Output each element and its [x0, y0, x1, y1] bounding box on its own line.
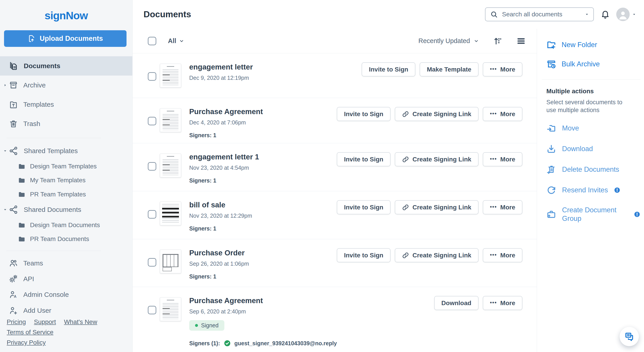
new-folder-button[interactable]: New Folder [546, 40, 640, 50]
move-action[interactable]: Move [546, 123, 640, 133]
sidebar-item-label: My Team Templates [30, 177, 86, 184]
document-thumbnail[interactable] [160, 64, 181, 87]
row-checkbox[interactable] [148, 72, 156, 81]
button-label: Make Template [427, 66, 471, 73]
sidebar-item-my-team-templates[interactable]: My Team Templates [0, 173, 132, 188]
search-input[interactable] [502, 11, 581, 18]
api-gears-icon [9, 274, 18, 283]
notifications-button[interactable] [600, 10, 610, 19]
chat-support-button[interactable] [620, 327, 639, 346]
make-template-button[interactable]: Make Template [420, 62, 478, 76]
document-thumbnail[interactable] [160, 108, 181, 132]
document-thumbnail[interactable] [160, 153, 181, 177]
sidebar-item-pr-team-templates[interactable]: PR Team Templates [0, 188, 132, 202]
info-icon[interactable] [614, 187, 620, 194]
sidebar-item-templates[interactable]: Templates [0, 95, 132, 114]
document-title[interactable]: Purchase Agreement [189, 107, 263, 116]
select-all-checkbox[interactable] [148, 37, 156, 45]
row-checkbox[interactable] [148, 162, 156, 171]
search-box[interactable] [485, 8, 594, 21]
sidebar-item-label: Archive [23, 81, 46, 89]
row-checkbox[interactable] [148, 117, 156, 125]
download-action[interactable]: Download [546, 144, 640, 154]
sort-dropdown[interactable]: Recently Updated [418, 37, 479, 45]
sidebar-item-trash[interactable]: Trash [0, 114, 132, 133]
row-checkbox[interactable] [148, 210, 156, 219]
upload-documents-button[interactable]: Upload Documents [4, 30, 126, 47]
multiple-actions-heading: Multiple actions [546, 88, 640, 95]
create-signing-link-button[interactable]: Create Signing Link [395, 152, 478, 166]
sidebar-item-pr-team-documents[interactable]: PR Team Documents [0, 232, 132, 246]
button-label: Invite to Sign [344, 111, 383, 118]
sidebar-item-design-team-templates[interactable]: Design Team Templates [0, 159, 132, 173]
row-checkbox[interactable] [148, 258, 156, 267]
more-dots-icon: ••• [490, 204, 497, 210]
create-signing-link-button[interactable]: Create Signing Link [395, 107, 478, 121]
more-button[interactable]: ••• More [483, 200, 522, 214]
document-title[interactable]: Purchase Agreement [189, 296, 337, 305]
document-title[interactable]: engagement letter [189, 63, 253, 71]
invite-to-sign-button[interactable]: Invite to Sign [337, 200, 390, 214]
invite-to-sign-button[interactable]: Invite to Sign [337, 107, 390, 121]
document-thumbnail[interactable] [160, 250, 181, 273]
terms-of-service-link[interactable]: Terms of Service [7, 329, 54, 336]
document-thumbnail[interactable] [160, 297, 181, 321]
info-icon[interactable] [634, 211, 640, 218]
action-label: Move [562, 124, 579, 132]
privacy-policy-link[interactable]: Privacy Policy [7, 339, 46, 346]
delete-documents-action[interactable]: Delete Documents [546, 164, 640, 174]
sidebar-item-shared-templates[interactable]: Shared Templates [0, 143, 132, 159]
document-title[interactable]: Purchase Order [189, 249, 249, 257]
invite-to-sign-button[interactable]: Invite to Sign [337, 152, 390, 166]
archive-expand-icon[interactable] [3, 83, 8, 88]
resend-invites-action[interactable]: Resend Invites [546, 185, 640, 195]
document-row: engagement letter 1 Nov 23, 2020 at 4:54… [132, 143, 537, 191]
download-button[interactable]: Download [434, 296, 478, 310]
sidebar-item-teams[interactable]: Teams [0, 255, 132, 271]
new-folder-icon [546, 40, 556, 50]
support-link[interactable]: Support [34, 318, 56, 325]
sort-order-button[interactable] [493, 37, 502, 46]
pricing-link[interactable]: Pricing [7, 318, 26, 325]
avatar [616, 8, 630, 21]
filter-dropdown[interactable]: All [168, 37, 184, 45]
more-button[interactable]: ••• More [483, 152, 522, 166]
more-button[interactable]: ••• More [483, 296, 522, 310]
create-signing-link-button[interactable]: Create Signing Link [395, 200, 478, 214]
search-scope-caret-icon[interactable] [584, 12, 589, 17]
folder-icon [18, 177, 26, 184]
row-checkbox[interactable] [148, 306, 156, 314]
list-toolbar: All Recently Updated [132, 29, 537, 53]
shared-documents-collapse-icon[interactable] [3, 207, 8, 212]
whats-new-link[interactable]: What's New [64, 318, 98, 325]
button-label: Create Signing Link [412, 252, 471, 259]
create-signing-link-button[interactable]: Create Signing Link [395, 248, 478, 262]
document-thumbnail[interactable] [160, 202, 181, 225]
more-button[interactable]: ••• More [483, 62, 522, 76]
sidebar-item-design-team-documents[interactable]: Design Team Documents [0, 218, 132, 232]
account-menu[interactable] [616, 8, 636, 21]
signnow-logo[interactable]: signNow [0, 10, 132, 22]
sidebar-footer-links: Pricing Support What's New Terms of Serv… [0, 318, 105, 352]
list-view-button[interactable] [516, 37, 526, 46]
invite-to-sign-button[interactable]: Invite to Sign [337, 248, 390, 262]
more-dots-icon: ••• [490, 299, 497, 306]
more-button[interactable]: ••• More [483, 248, 522, 262]
rail-divider [542, 79, 640, 80]
sidebar-item-admin-console[interactable]: Admin Console [0, 287, 132, 302]
create-document-group-action[interactable]: Create Document Group [546, 206, 640, 223]
bulk-archive-button[interactable]: Bulk Archive [546, 59, 640, 69]
sidebar-item-add-user[interactable]: Add User [0, 303, 132, 318]
sidebar-item-documents[interactable]: Documents [0, 56, 132, 76]
shared-templates-collapse-icon[interactable] [3, 148, 8, 153]
sidebar-item-archive[interactable]: Archive [0, 76, 132, 95]
folder-icon [18, 191, 26, 198]
more-button[interactable]: ••• More [483, 107, 522, 121]
invite-to-sign-button[interactable]: Invite to Sign [362, 62, 416, 76]
document-title[interactable]: bill of sale [189, 201, 252, 209]
sidebar-item-shared-documents[interactable]: Shared Documents [0, 201, 132, 218]
content-column: Documents All [132, 0, 644, 352]
document-title[interactable]: engagement letter 1 [189, 153, 259, 161]
search-icon [490, 10, 498, 18]
sidebar-item-api[interactable]: API [0, 271, 132, 287]
